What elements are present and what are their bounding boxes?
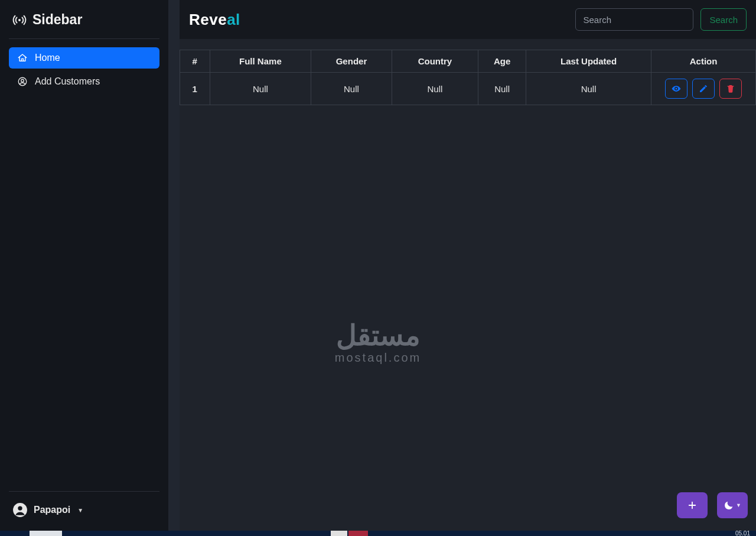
svg-point-4 [18, 506, 22, 510]
svg-point-5 [676, 88, 677, 90]
table-header-row: # Full Name Gender Country Age Last Upda… [180, 50, 756, 73]
cell-country: Null [392, 73, 478, 105]
add-fab[interactable] [677, 492, 708, 518]
chevron-down-icon: ▼ [77, 507, 83, 514]
taskbar-chunk [30, 531, 62, 536]
sidebar-gutter [168, 0, 180, 531]
view-button[interactable] [665, 79, 687, 99]
taskbar-chunk [348, 531, 368, 536]
th-last-updated: Last Updated [526, 50, 651, 73]
brand-part2: al [227, 11, 240, 28]
cell-last-updated: Null [526, 73, 651, 105]
app-root: Sidebar Home [0, 0, 756, 531]
taskbar: 05.01 [0, 531, 756, 536]
table-row: 1 Null Null Null Null Null [180, 73, 756, 105]
sidebar-item-home[interactable]: Home [9, 47, 159, 69]
sidebar-header: Sidebar [9, 9, 159, 36]
svg-point-2 [21, 79, 24, 82]
cell-full-name: Null [210, 73, 311, 105]
edit-button[interactable] [692, 79, 715, 99]
cell-index: 1 [180, 73, 210, 105]
th-country: Country [392, 50, 478, 73]
sidebar-user-name: Papapoi [34, 505, 70, 515]
th-action: Action [651, 50, 756, 73]
th-age: Age [478, 50, 526, 73]
cell-gender: Null [311, 73, 392, 105]
sidebar-user-dropdown[interactable]: Papapoi ▼ [9, 496, 159, 521]
delete-button[interactable] [719, 79, 742, 99]
content: # Full Name Gender Country Age Last Upda… [180, 39, 756, 105]
search-input[interactable] [575, 8, 693, 31]
fab-row: ▼ [677, 492, 748, 518]
main: Reveal Search # Full Name Gender [180, 0, 756, 531]
chevron-down-icon: ▼ [736, 502, 741, 508]
customers-table: # Full Name Gender Country Age Last Upda… [180, 50, 756, 105]
divider [9, 491, 159, 492]
topbar: Reveal Search [180, 0, 756, 39]
sidebar-item-add-customers[interactable]: Add Customers [9, 71, 159, 92]
cell-action [651, 73, 756, 105]
sidebar-item-label: Home [35, 53, 60, 63]
brand-part1: Reve [189, 11, 227, 28]
home-icon [17, 53, 28, 63]
sidebar-title: Sidebar [32, 12, 82, 28]
divider [9, 38, 159, 39]
pencil-icon [699, 84, 708, 93]
user-circle-icon [17, 76, 28, 87]
cell-age: Null [478, 73, 526, 105]
th-gender: Gender [311, 50, 392, 73]
broadcast-icon [12, 13, 27, 27]
th-index: # [180, 50, 210, 73]
theme-fab[interactable]: ▼ [717, 492, 748, 518]
eye-icon [671, 83, 682, 94]
svg-point-0 [18, 19, 21, 21]
th-full-name: Full Name [210, 50, 311, 73]
brand-logo[interactable]: Reveal [189, 11, 240, 29]
taskbar-time: 05.01 [735, 530, 750, 536]
search-button[interactable]: Search [700, 8, 747, 31]
moon-icon [724, 500, 734, 511]
sidebar: Sidebar Home [0, 0, 168, 531]
sidebar-item-label: Add Customers [35, 76, 100, 87]
trash-icon [726, 84, 735, 93]
avatar-icon [12, 502, 28, 518]
sidebar-nav: Home Add Customers [9, 47, 159, 92]
taskbar-chunk [331, 531, 347, 536]
plus-icon [687, 500, 698, 511]
